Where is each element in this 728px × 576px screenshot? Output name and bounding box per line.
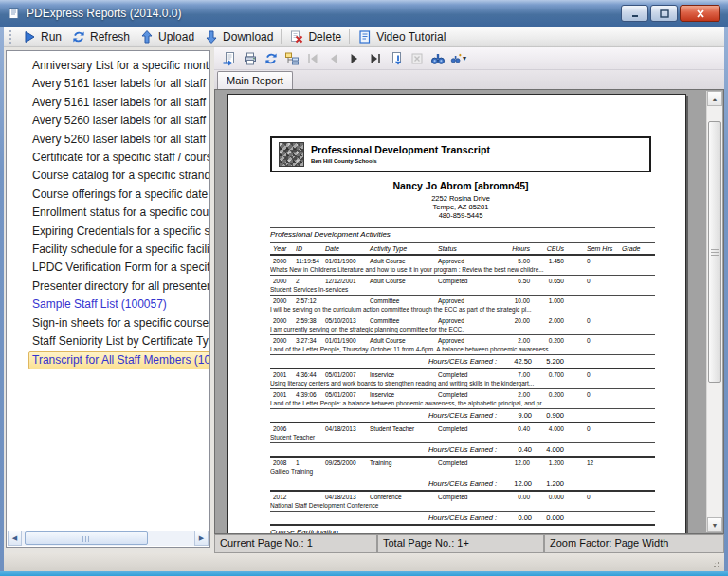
sidebar-item[interactable]: Presenter directory for all presenters (… [7,278,209,296]
title-bar[interactable]: PDExpress Reports (2014.0.0) [0,0,728,27]
column-header: Year [273,243,286,254]
cell-id: 2:57:12 [296,297,317,305]
sidebar-item[interactable]: Certificate for a specific staff / cours… [7,149,209,167]
tab-main-report[interactable]: Main Report [217,71,293,89]
report-page: Professional Development Transcript Ben … [228,94,686,534]
viewer-vertical-scrollbar[interactable]: ▲ ▼ [706,91,722,532]
sidebar-item[interactable]: Facility schedule for a specific facilit… [7,241,209,259]
report-title: Professional Development Transcript [311,144,490,155]
run-icon [22,29,37,45]
cell-ceus: 1.000 [533,297,564,305]
sidebar-item[interactable]: Anniversary List for a specific month (1… [7,57,209,75]
cell-ceus: 0.200 [533,336,564,345]
report-row: 200604/18/2013Student TeacherCompleted0.… [270,424,655,433]
organization-name: Ben Hill County Schools [311,158,377,164]
cell-type: Inservice [370,370,394,379]
report-row-description: Student Services In-services [270,285,655,294]
cell-ceus: 0.700 [533,370,564,379]
status-total-pages: Total Page No.: 1+ [377,534,544,553]
toolbar-button-upload[interactable]: Upload [135,27,199,46]
zoom-icon[interactable]: ▾ [450,50,466,66]
sidebar-item[interactable]: Sample Staff List (100057) [7,296,209,314]
find-text-icon[interactable] [429,50,446,66]
window-bottom-strip [4,553,724,571]
sidebar-item-label: Transcript for All Staff Members (100055… [28,351,210,369]
column-header: Hours [489,243,530,254]
cell-id: 3:27:34 [296,336,317,345]
sidebar-item[interactable]: Avery 5260 laser labels for all staff (1… [7,112,209,130]
sidebar-item[interactable]: Transcript for All Staff Members (100055… [7,351,209,369]
sidebar-horizontal-scrollbar[interactable]: ◀ ▶ [8,531,209,546]
close-button[interactable] [680,5,720,22]
toolbar-button-video-tutorial[interactable]: Video Tutorial [353,27,450,46]
export-icon[interactable] [221,50,237,66]
cell-ceus: 4.000 [533,424,564,433]
sidebar-item[interactable]: Course catalog for a specific strand (10… [7,167,209,185]
cell-year: 2000 [273,257,286,265]
sidebar-item[interactable]: Expiring Credentials for a specific staf… [7,223,209,241]
toolbar-button-run[interactable]: Run [17,27,66,46]
cell-type: Inservice [370,390,394,399]
resize-grip[interactable] [709,557,721,569]
staff-address: 2252 Rosina Drive [266,194,655,203]
status-zoom-factor: Zoom Factor: Page Width [544,534,724,553]
toolbar-button-refresh[interactable]: Refresh [66,27,135,46]
sidebar-item-label: Expiring Credentials for a specific staf… [28,223,210,241]
cell-date: 05/10/2013 [325,316,356,325]
scroll-right-arrow-icon[interactable]: ▶ [194,531,209,546]
cell-hours: 0.00 [489,493,530,501]
scroll-up-arrow-icon[interactable]: ▲ [707,91,722,106]
scroll-left-arrow-icon[interactable]: ◀ [8,531,22,546]
sidebar-item-label: Staff Seniority List by Certificate Type… [28,333,210,351]
sidebar-item[interactable]: Enrollment status for a specific course … [7,204,209,222]
viewer-status-bar: Current Page No.: 1 Total Page No.: 1+ Z… [214,534,724,553]
scrollbar-thumb[interactable] [25,531,148,545]
go-to-page-icon[interactable] [388,50,404,66]
cell-date: 04/18/2013 [325,493,356,501]
sidebar-item[interactable]: Avery 5161 laser labels for all staff (1… [7,75,209,93]
subtotal-row: Hours/CEUs Earned :0.000.000 [270,513,655,524]
sidebar-item[interactable]: LPDC Verification Form for a specific st… [7,259,209,277]
cell-hours: 12.00 [489,459,530,467]
scroll-down-arrow-icon[interactable]: ▼ [707,517,722,532]
viewer-tab-row: Main Report [214,70,724,89]
report-row-description: National Staff Development Conference [270,501,655,510]
app-toolbar: RunRefreshUploadDownloadDeleteVideo Tuto… [4,27,724,47]
window-border-bottom [0,571,728,576]
sidebar-item[interactable]: Course offerings for a specific date ran… [7,186,209,204]
sidebar-item[interactable]: Staff Seniority List by Certificate Type… [7,333,209,351]
refresh-report-icon[interactable] [263,50,279,66]
cell-sem: 0 [587,336,591,345]
subtotal-ceus: 0.900 [520,410,564,422]
cell-year: 2000 [273,297,286,305]
next-page-icon[interactable] [346,50,362,66]
chevron-down-icon: ▾ [463,54,466,63]
maximize-button[interactable] [650,5,678,22]
scrollbar-thumb[interactable] [708,121,721,383]
toolbar-button-delete[interactable]: Delete [284,27,346,46]
sidebar-item-label: LPDC Verification Form for a specific st… [28,259,210,277]
delete-icon [289,29,304,45]
toolbar-button-label: Run [41,30,62,44]
print-icon[interactable] [242,50,258,66]
report-row: 2008109/25/2000TrainingCompleted12.001.2… [270,459,655,467]
toggle-group-tree-icon[interactable] [283,50,300,66]
column-header: Activity Type [370,243,407,254]
cell-status: Completed [438,277,467,285]
cell-ceus: 0.000 [533,493,564,501]
staff-city: Tempe, AZ 85281 [266,203,655,211]
minimize-button[interactable] [621,5,648,22]
toolbar-separator [349,29,350,44]
subtotal-ceus: 1.200 [520,478,564,490]
toolbar-button-download[interactable]: Download [199,27,278,46]
cell-sem: 0 [587,424,591,433]
cell-ceus: 1.450 [533,257,564,265]
sidebar-item[interactable]: Avery 5260 laser labels for all staff in… [7,131,209,149]
cell-status: Approved [438,257,464,265]
cell-ceus: 2.000 [533,316,564,325]
sidebar-item[interactable]: Avery 5161 laser labels for all staff in… [7,94,209,112]
cell-id: 11:19:54 [296,257,319,265]
last-page-icon[interactable] [367,50,383,66]
sidebar-item[interactable]: Sign-in sheets for a specific course/sec… [7,315,209,333]
cell-type: Adult Course [370,336,406,345]
